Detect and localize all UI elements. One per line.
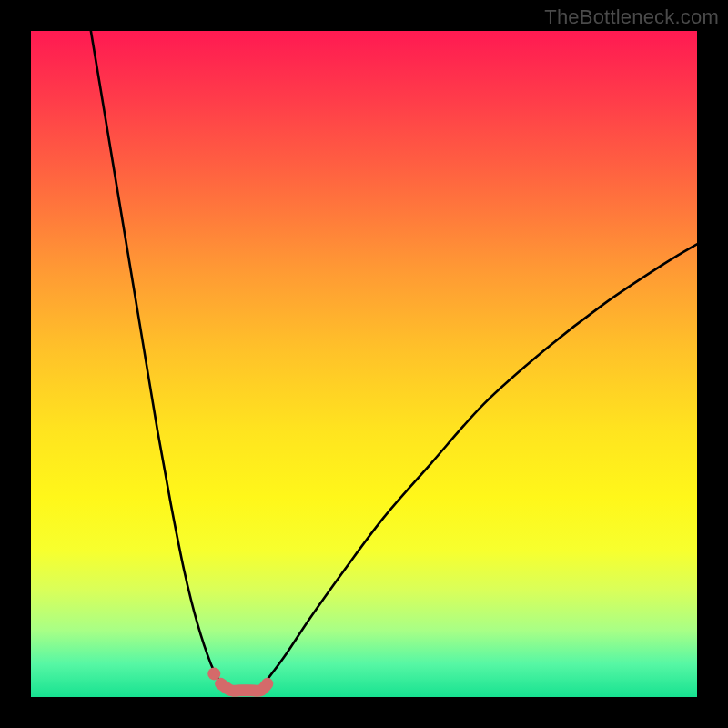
- highlight-dot-icon: [207, 667, 220, 680]
- highlight-layer: [207, 667, 268, 691]
- chart-svg: [31, 31, 697, 697]
- curve-layer: [91, 31, 697, 683]
- chart-plot-area: [31, 31, 697, 697]
- highlight-valley-segment: [221, 683, 268, 691]
- curve-left-branch: [91, 31, 221, 683]
- watermark-label: TheBottleneck.com: [544, 5, 719, 29]
- curve-right-branch: [264, 244, 697, 683]
- chart-frame: TheBottleneck.com: [0, 0, 728, 728]
